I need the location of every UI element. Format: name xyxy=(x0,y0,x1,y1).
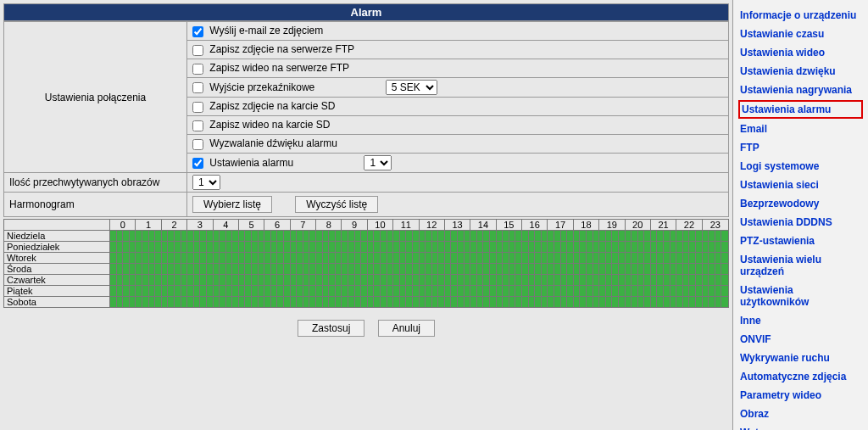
schedule-cell[interactable] xyxy=(148,275,155,286)
schedule-cell[interactable] xyxy=(560,297,567,308)
schedule-cell[interactable] xyxy=(161,253,168,264)
schedule-cell[interactable] xyxy=(637,231,644,242)
schedule-cell[interactable] xyxy=(476,275,483,286)
schedule-cell[interactable] xyxy=(682,231,689,242)
schedule-cell[interactable] xyxy=(702,286,709,297)
schedule-cell[interactable] xyxy=(110,275,117,286)
schedule-cell[interactable] xyxy=(580,264,587,275)
schedule-cell[interactable] xyxy=(264,253,271,264)
schedule-cell[interactable] xyxy=(509,297,515,308)
schedule-cell[interactable] xyxy=(709,286,715,297)
schedule-cell[interactable] xyxy=(535,242,542,253)
schedule-cell[interactable] xyxy=(245,275,252,286)
schedule-cell[interactable] xyxy=(303,297,309,308)
schedule-cell[interactable] xyxy=(438,297,445,308)
schedule-cell[interactable] xyxy=(264,242,271,253)
schedule-cell[interactable] xyxy=(522,286,529,297)
schedule-cell[interactable] xyxy=(213,253,220,264)
schedule-cell[interactable] xyxy=(309,286,316,297)
schedule-cell[interactable] xyxy=(374,264,381,275)
schedule-cell[interactable] xyxy=(431,242,438,253)
schedule-cell[interactable] xyxy=(650,286,657,297)
schedule-cell[interactable] xyxy=(458,275,465,286)
schedule-cell[interactable] xyxy=(129,286,136,297)
schedule-cell[interactable] xyxy=(644,242,651,253)
schedule-cell[interactable] xyxy=(322,253,329,264)
schedule-cell[interactable] xyxy=(123,242,130,253)
schedule-cell[interactable] xyxy=(682,242,689,253)
nav-item-16[interactable]: ONVIF xyxy=(738,331,863,348)
schedule-cell[interactable] xyxy=(702,253,709,264)
schedule-cell[interactable] xyxy=(458,253,465,264)
schedule-cell[interactable] xyxy=(444,253,451,264)
schedule-cell[interactable] xyxy=(155,253,162,264)
schedule-cell[interactable] xyxy=(393,297,400,308)
schedule-cell[interactable] xyxy=(245,242,252,253)
nav-item-20[interactable]: Obraz xyxy=(738,405,863,422)
schedule-cell[interactable] xyxy=(136,264,142,275)
schedule-cell[interactable] xyxy=(284,275,291,286)
schedule-cell[interactable] xyxy=(515,264,522,275)
schedule-cell[interactable] xyxy=(476,264,483,275)
schedule-cell[interactable] xyxy=(431,297,438,308)
schedule-cell[interactable] xyxy=(567,264,574,275)
schedule-cell[interactable] xyxy=(586,231,593,242)
schedule-cell[interactable] xyxy=(393,253,400,264)
schedule-cell[interactable] xyxy=(560,231,567,242)
schedule-cell[interactable] xyxy=(303,286,309,297)
schedule-cell[interactable] xyxy=(715,275,721,286)
schedule-cell[interactable] xyxy=(664,297,670,308)
schedule-cell[interactable] xyxy=(387,275,393,286)
schedule-cell[interactable] xyxy=(696,253,703,264)
schedule-cell[interactable] xyxy=(618,253,625,264)
schedule-cell[interactable] xyxy=(220,286,226,297)
schedule-cell[interactable] xyxy=(187,297,194,308)
schedule-cell[interactable] xyxy=(193,253,200,264)
schedule-cell[interactable] xyxy=(142,253,148,264)
schedule-cell[interactable] xyxy=(277,275,284,286)
schedule-cell[interactable] xyxy=(348,286,354,297)
schedule-cell[interactable] xyxy=(593,264,599,275)
schedule-cell[interactable] xyxy=(644,264,651,275)
schedule-cell[interactable] xyxy=(470,253,477,264)
schedule-cell[interactable] xyxy=(412,264,419,275)
nav-item-2[interactable]: Ustawienia wideo xyxy=(738,44,863,61)
schedule-cell[interactable] xyxy=(110,231,117,242)
schedule-cell[interactable] xyxy=(599,264,606,275)
schedule-cell[interactable] xyxy=(554,231,560,242)
schedule-cell[interactable] xyxy=(270,286,277,297)
schedule-cell[interactable] xyxy=(709,297,715,308)
nav-item-11[interactable]: Ustawienia DDDNS xyxy=(738,214,863,231)
schedule-cell[interactable] xyxy=(354,297,361,308)
schedule-cell[interactable] xyxy=(116,253,123,264)
schedule-cell[interactable] xyxy=(290,264,297,275)
schedule-cell[interactable] xyxy=(548,253,554,264)
schedule-cell[interactable] xyxy=(618,297,625,308)
schedule-cell[interactable] xyxy=(129,264,136,275)
schedule-cell[interactable] xyxy=(702,275,709,286)
schedule-cell[interactable] xyxy=(142,242,148,253)
schedule-cell[interactable] xyxy=(554,253,560,264)
schedule-cell[interactable] xyxy=(136,242,142,253)
schedule-cell[interactable] xyxy=(650,264,657,275)
nav-item-5[interactable]: Ustawienia alarmu xyxy=(738,100,863,119)
schedule-cell[interactable] xyxy=(682,286,689,297)
schedule-cell[interactable] xyxy=(187,231,194,242)
schedule-cell[interactable] xyxy=(644,231,651,242)
schedule-cell[interactable] xyxy=(252,286,259,297)
schedule-cell[interactable] xyxy=(689,242,696,253)
schedule-cell[interactable] xyxy=(245,286,252,297)
schedule-cell[interactable] xyxy=(696,275,703,286)
schedule-cell[interactable] xyxy=(618,286,625,297)
schedule-cell[interactable] xyxy=(632,264,638,275)
schedule-cell[interactable] xyxy=(605,275,612,286)
schedule-cell[interactable] xyxy=(567,231,574,242)
schedule-cell[interactable] xyxy=(329,242,336,253)
schedule-cell[interactable] xyxy=(374,286,381,297)
schedule-cell[interactable] xyxy=(142,264,148,275)
schedule-cell[interactable] xyxy=(316,297,323,308)
schedule-cell[interactable] xyxy=(220,231,226,242)
schedule-cell[interactable] xyxy=(110,242,117,253)
schedule-cell[interactable] xyxy=(123,231,130,242)
schedule-cell[interactable] xyxy=(348,297,354,308)
